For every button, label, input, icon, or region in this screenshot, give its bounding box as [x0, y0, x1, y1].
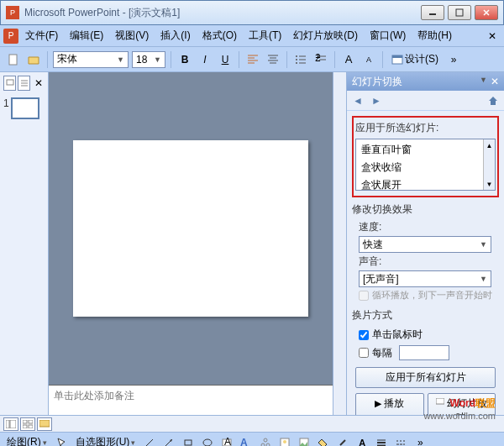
open-icon[interactable]: [25, 51, 42, 68]
apply-all-button[interactable]: 应用于所有幻灯片: [355, 367, 496, 388]
menu-format[interactable]: 格式(O): [197, 27, 242, 45]
scroll-up-icon[interactable]: ▲: [484, 139, 495, 151]
sound-select[interactable]: [无声音] ▼: [359, 270, 491, 287]
svg-rect-24: [29, 425, 33, 428]
design-button[interactable]: 设计(S): [388, 50, 442, 68]
menu-tools[interactable]: 工具(T): [244, 27, 286, 45]
list-item[interactable]: 盒状收缩: [358, 159, 493, 176]
line-color-icon[interactable]: [334, 434, 351, 447]
slide-canvas-area[interactable]: [49, 72, 333, 385]
font-select[interactable]: 宋体 ▼: [53, 51, 129, 68]
font-grow-icon[interactable]: A: [340, 51, 357, 68]
svg-point-9: [296, 62, 297, 64]
menu-help[interactable]: 帮助(H): [412, 27, 457, 45]
onclick-check-input[interactable]: [359, 330, 369, 340]
rectangle-icon[interactable]: [180, 434, 197, 447]
fill-color-icon[interactable]: [315, 434, 332, 447]
underline-button[interactable]: U: [217, 51, 234, 68]
menu-insert[interactable]: 插入(I): [155, 27, 195, 45]
tab-slides-icon[interactable]: [3, 76, 16, 91]
svg-point-37: [283, 440, 286, 443]
separator: [286, 51, 287, 68]
tab-outline-icon[interactable]: [18, 76, 30, 91]
menu-edit[interactable]: 编辑(E): [65, 27, 108, 45]
normal-view-icon[interactable]: [3, 417, 18, 431]
autoshape-menu[interactable]: 自选图形(U) ▾: [72, 435, 139, 446]
workspace: ✕ 1 单击此处添加备注 幻灯片切换 ▼ ✕ ◄ ►: [0, 72, 504, 415]
notes-pane[interactable]: 单击此处添加备注: [49, 385, 333, 415]
loop-checkbox[interactable]: 循环播放，到下一声音开始时: [359, 287, 499, 303]
menu-view[interactable]: 视图(V): [110, 27, 154, 45]
separator: [382, 51, 383, 68]
thumb-number: 1: [3, 97, 9, 119]
menu-file[interactable]: 文件(F): [20, 27, 63, 45]
font-color-icon[interactable]: A: [354, 434, 370, 447]
slide-thumb[interactable]: 1: [3, 97, 45, 119]
font-shrink-icon[interactable]: A: [360, 51, 377, 68]
interval-check-input[interactable]: [359, 348, 369, 358]
list-item[interactable]: 盒状展开: [358, 176, 493, 194]
onclick-checkbox[interactable]: 单击鼠标时: [359, 326, 499, 344]
picture-icon[interactable]: [296, 434, 312, 447]
minimize-button[interactable]: [421, 5, 444, 20]
nav-back-icon[interactable]: ◄: [350, 93, 365, 108]
textbox-icon[interactable]: A: [218, 434, 235, 447]
font-value: 宋体: [57, 52, 77, 66]
sorter-view-icon[interactable]: [20, 417, 35, 431]
slideshow-view-icon[interactable]: [37, 417, 52, 431]
play-button[interactable]: ▶ 播放: [355, 393, 424, 415]
panel-close-icon[interactable]: ✕: [32, 76, 45, 91]
advance-label: 换片方式: [352, 308, 499, 323]
align-center-icon[interactable]: [265, 51, 281, 68]
interval-field[interactable]: [399, 345, 449, 360]
draw-menu[interactable]: 绘图(R) ▾: [3, 435, 50, 446]
maximize-button[interactable]: [448, 5, 471, 20]
clipart-icon[interactable]: [276, 434, 293, 447]
toolbar-overflow-icon[interactable]: »: [412, 434, 428, 447]
list-scrollbar[interactable]: ▲ ▼: [483, 139, 495, 190]
highlighted-section: 应用于所选幻灯片: 垂直百叶窗 盒状收缩 盒状展开 ▲ ▼: [352, 116, 499, 197]
taskpane-close-icon[interactable]: ✕: [491, 76, 499, 87]
oval-icon[interactable]: [199, 434, 216, 447]
wm-brand1: Word: [450, 397, 475, 409]
dash-style-icon[interactable]: [392, 434, 409, 447]
doc-close-icon[interactable]: ✕: [484, 28, 501, 45]
new-icon[interactable]: [5, 51, 22, 68]
bold-button[interactable]: B: [176, 51, 193, 68]
drawing-toolbar: 绘图(R) ▾ 自选图形(U) ▾ A A A »: [0, 432, 504, 446]
speed-select[interactable]: 快速 ▼: [359, 236, 491, 253]
svg-rect-20: [10, 420, 16, 428]
separator: [171, 51, 171, 68]
menu-slideshow[interactable]: 幻灯片放映(D): [288, 27, 363, 45]
slide-panel: ✕ 1: [0, 72, 49, 415]
vertical-scrollbar[interactable]: [333, 72, 346, 415]
toolbar-overflow-icon[interactable]: »: [445, 51, 462, 68]
menu-window[interactable]: 窗口(W): [365, 27, 411, 45]
italic-button[interactable]: I: [197, 51, 213, 68]
taskpane-menu-icon[interactable]: ▼: [480, 76, 487, 87]
arrow-icon[interactable]: [160, 434, 177, 447]
slide-canvas[interactable]: [73, 140, 308, 317]
wordart-icon[interactable]: A: [238, 434, 255, 447]
numbered-icon[interactable]: 12: [312, 51, 329, 68]
interval-checkbox[interactable]: 每隔: [359, 344, 499, 362]
wm-url: www.wordlm.com: [423, 411, 496, 421]
diagram-icon[interactable]: [257, 434, 274, 447]
nav-home-icon[interactable]: [486, 93, 501, 108]
size-select[interactable]: 18 ▼: [132, 51, 165, 68]
align-left-icon[interactable]: [244, 51, 261, 68]
line-icon[interactable]: [141, 434, 158, 447]
pointer-icon[interactable]: [53, 434, 70, 447]
line-weight-icon[interactable]: [373, 434, 390, 447]
nav-forward-icon[interactable]: ►: [369, 93, 384, 108]
scroll-down-icon[interactable]: ▼: [484, 178, 495, 190]
taskpane-body: 应用于所选幻灯片: 垂直百叶窗 盒状收缩 盒状展开 ▲ ▼ 修改切换效果 速度:…: [347, 111, 504, 415]
transition-list[interactable]: 垂直百叶窗 盒状收缩 盒状展开 ▲ ▼: [355, 139, 496, 191]
svg-rect-4: [9, 55, 17, 65]
separator: [239, 51, 239, 68]
close-button[interactable]: [475, 5, 498, 20]
design-label: 设计(S): [405, 52, 438, 66]
list-item[interactable]: 垂直百叶窗: [358, 141, 493, 159]
svg-point-7: [296, 59, 297, 60]
bullets-icon[interactable]: [292, 51, 309, 68]
